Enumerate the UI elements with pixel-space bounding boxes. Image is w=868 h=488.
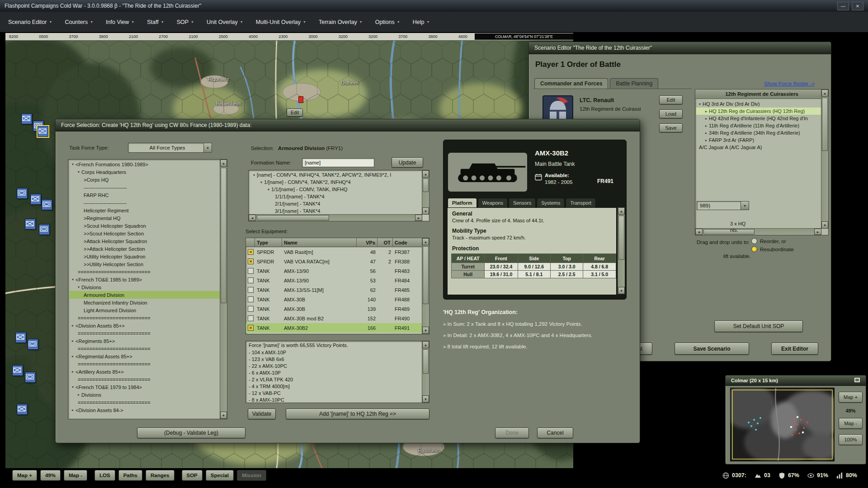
catalog-item[interactable]: Armoured Division <box>69 291 220 299</box>
checkbox-checked-icon[interactable]: ✕ <box>248 258 254 264</box>
force-summary-item[interactable]: - 22 x AMX-10PC <box>249 363 422 370</box>
map-edit-button[interactable]: Edit <box>287 108 303 117</box>
formation-tree-horizontal-scrollbar[interactable]: ◄ ► <box>249 214 422 221</box>
checkbox-icon[interactable] <box>248 315 254 321</box>
equipment-col-ot[interactable]: OT <box>377 238 393 247</box>
oob-tree-item[interactable]: ▸HQ 42nd Reg d'Infanterie (HQ 42nd Reg d… <box>696 115 821 122</box>
close-button[interactable]: ✕ <box>852 2 863 10</box>
radio-option[interactable]: Resubordinate <box>751 246 794 252</box>
oob-tree-horizontal-scrollbar[interactable]: ◄ ► <box>695 228 821 235</box>
formation-tree-vertical-scrollbar[interactable]: ▲ ▼ <box>422 170 429 215</box>
catalog-item[interactable]: ▾Corps Headquarters <box>69 168 220 176</box>
equipment-row[interactable]: TANKAMX-13/9053FR484 <box>246 276 429 285</box>
force-summary-item[interactable]: - 2 x VLRA TPK 420 <box>249 377 422 384</box>
equipment-row[interactable]: ✕SPRDRVAB Rasit[m]482FR387 <box>246 247 429 257</box>
set-default-unit-sop-button[interactable]: Set Default Unit SOP <box>714 320 803 332</box>
task-force-type-dropdown[interactable]: All Force Types ▼ <box>128 143 212 153</box>
force-summary-item[interactable]: - 12 x VAB-PC <box>249 390 422 397</box>
unit-counter-mech[interactable] <box>38 126 48 137</box>
scenario-editor-titlebar[interactable]: Scenario Editor "The Ride of the 12th Cu… <box>529 42 831 54</box>
unit-card-tab-platform[interactable]: Platform <box>448 198 477 207</box>
catalog-item[interactable]: ▸<Division Assets 85+> <box>69 322 220 329</box>
unit-counter-armor[interactable] <box>28 339 38 350</box>
radio-icon[interactable] <box>751 238 757 244</box>
equipment-row[interactable]: ✕TANKAMX-30B2166FR491 <box>246 323 429 333</box>
checkbox-icon[interactable] <box>248 306 254 312</box>
toolbar-map-button[interactable]: Map + <box>12 470 37 481</box>
formation-tree-item[interactable]: 3/1/[name] - TANK*4 <box>250 207 422 215</box>
debug-validate-leg-button[interactable]: (Debug - Validate Leg) <box>137 427 245 438</box>
scroll-up-icon[interactable]: ▲ <box>821 89 828 97</box>
force-summary-item[interactable]: - 123 x VAB 6x6 <box>249 357 422 363</box>
scroll-up-icon[interactable]: ▲ <box>422 238 429 245</box>
scroll-down-icon[interactable]: ▼ <box>821 221 828 229</box>
toolbar-map-button[interactable]: Map - <box>64 470 87 481</box>
add-formation-button[interactable]: Add '[name]' to HQ 12th Reg => <box>286 408 429 419</box>
unit-counter-mech[interactable] <box>17 404 28 415</box>
menu-staff[interactable]: Staff▼ <box>147 19 164 25</box>
checkbox-icon[interactable] <box>248 296 254 302</box>
radio-option[interactable]: Reorder, or <box>751 238 794 244</box>
scroll-thumb[interactable] <box>618 216 624 260</box>
catalog-item[interactable]: >Attack Helicopter Squadron <box>69 237 220 245</box>
formation-tree-item[interactable]: 2/1/[name] - TANK*4 <box>250 200 422 207</box>
scroll-down-icon[interactable]: ▼ <box>422 395 429 403</box>
catalog-item[interactable]: ▸<Artillery Assets 85+> <box>69 368 220 375</box>
equipment-row[interactable]: TANKAMX-30B140FR488 <box>246 295 429 304</box>
catalog-item[interactable]: >Corps HQ <box>69 176 220 183</box>
equipment-col-code[interactable]: Code <box>393 238 423 247</box>
catalog-item[interactable]: Helicopter Regiment <box>69 206 220 214</box>
unit-counter-armor[interactable] <box>25 372 36 383</box>
unit-counter-armor[interactable] <box>17 188 28 199</box>
checkbox-icon[interactable] <box>248 277 254 283</box>
unit-counter-mech[interactable] <box>21 113 32 124</box>
unit-counter-mech[interactable] <box>15 332 26 343</box>
force-summary-item[interactable]: - 6 x AMX-10P <box>249 370 422 377</box>
equipment-row[interactable]: TANKAMX-30B139FR489 <box>246 304 429 314</box>
minimize-button[interactable]: — <box>837 2 849 10</box>
oob-tree-item[interactable]: ▸34th Reg d'Artillerie (34th Reg d'Artil… <box>696 129 821 136</box>
minimap-map-button[interactable]: Map - <box>839 418 863 429</box>
toolbar-special-button[interactable]: Special <box>206 470 234 481</box>
equipment-col-name[interactable]: Name <box>282 238 357 247</box>
exit-editor-button[interactable]: Exit Editor <box>771 343 818 355</box>
catalog-item[interactable]: ▸<Regimental Assets 85+> <box>69 352 220 360</box>
toolbar-sop-button[interactable]: SOP <box>182 470 203 481</box>
snapshot-icon[interactable] <box>854 377 860 384</box>
force-summary-item[interactable]: - 8 x AMX-10PC <box>249 397 422 403</box>
catalog-item[interactable]: ▾<French TO&E 1979 to 1984> <box>69 383 220 391</box>
catalog-vertical-scrollbar[interactable]: ▲ ▼ <box>220 160 227 419</box>
menu-scenario-editor[interactable]: Scenario Editor▼ <box>8 19 52 25</box>
scroll-thumb[interactable] <box>257 215 329 221</box>
catalog-item[interactable]: >>Attack Helicopter Section <box>69 245 220 253</box>
menu-info-view[interactable]: Info View▼ <box>106 19 134 25</box>
equipment-vertical-scrollbar[interactable]: ▲ ▼ <box>422 238 429 334</box>
scroll-down-icon[interactable]: ▼ <box>422 207 429 215</box>
scroll-up-icon[interactable]: ▲ <box>618 207 625 215</box>
show-force-roster-link[interactable]: Show Force Roster -> <box>764 81 815 86</box>
menu-sop[interactable]: SOP▼ <box>177 19 194 25</box>
formation-tree-item[interactable]: ▾1/1/[name] - COMV, TANK, INFHQ <box>250 186 422 193</box>
equipment-row[interactable]: ✕SPRDRVAB VOA RATAC[m]472FR388 <box>246 257 429 266</box>
scroll-up-icon[interactable]: ▲ <box>422 341 429 348</box>
force-dialog-titlebar[interactable]: Force Selection: Create 'HQ 12th Reg' us… <box>56 119 640 131</box>
unit-counter-mech[interactable] <box>25 219 36 230</box>
scroll-left-icon[interactable]: ◄ <box>695 229 703 235</box>
oob-tree-item[interactable]: ▸FARP 3rd Ar (FARP) <box>696 136 821 144</box>
toolbar-ranges-button[interactable]: Ranges <box>146 470 175 481</box>
catalog-item[interactable]: ▾Divisions <box>69 283 220 291</box>
equipment-row[interactable]: TANKAMX-13/9056FR483 <box>246 266 429 276</box>
unit-card-tab-transport[interactable]: Transport <box>566 198 596 207</box>
catalog-item[interactable]: ▾<French TO&E 1985 to 1989> <box>69 276 220 283</box>
catalog-item[interactable]: ▸<Regiments 85+> <box>69 337 220 345</box>
formation-tree-item[interactable]: ▾1/[name] - COMV*4, TANK*2, INFHQ*4 <box>250 178 422 186</box>
obscured-dropdown[interactable]: 989) ▼ <box>697 201 749 210</box>
force-summary-item[interactable]: - 4 x TRM 4000[m] <box>249 384 422 390</box>
equipment-col-vps[interactable]: VPs <box>357 238 377 247</box>
save-commander-button[interactable]: Save <box>659 123 683 132</box>
save-scenario-button[interactable]: Save Scenario <box>675 343 749 355</box>
toolbar-los-button[interactable]: LOS <box>94 470 115 481</box>
menu-counters[interactable]: Counters▼ <box>65 19 93 25</box>
catalog-item[interactable]: Light Armoured Division <box>69 306 220 314</box>
equipment-col-type[interactable]: Type <box>255 238 282 247</box>
